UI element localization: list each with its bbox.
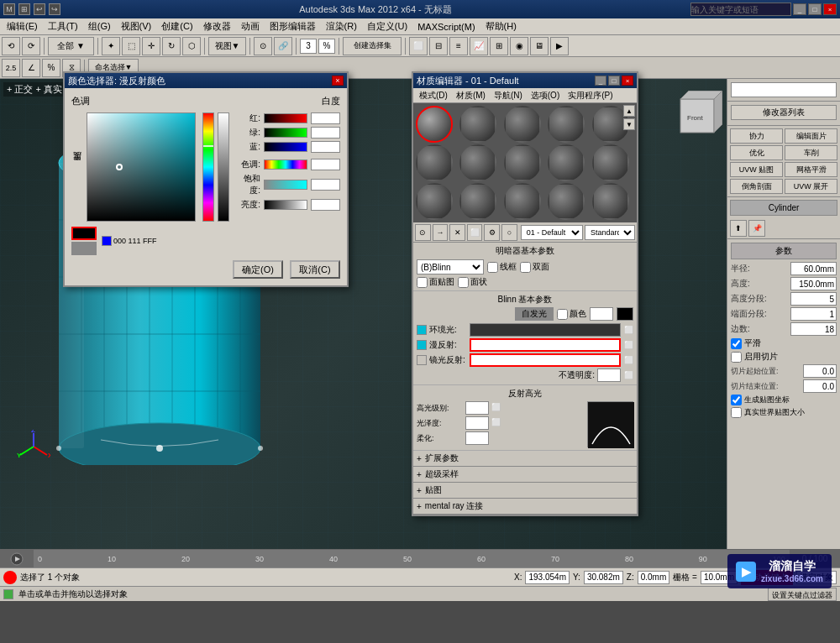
sphere-2[interactable] [504,106,541,143]
select-btn[interactable]: ✦ [102,37,120,55]
green-slider[interactable] [264,128,307,138]
me-shader-select[interactable]: Standard [585,225,635,240]
pivot-btn[interactable]: ⊙ [254,37,272,55]
val-bar[interactable] [264,200,307,210]
mod-btn-0[interactable]: 协力 [730,128,783,144]
menu-help[interactable]: 帮助(H) [480,18,522,34]
menu-view[interactable]: 视图(V) [116,18,157,34]
color-gradient[interactable] [87,112,196,222]
sphere-14[interactable] [592,183,629,220]
selfillum-color-swatch[interactable] [617,307,633,321]
sphere-9[interactable] [592,144,629,181]
snap-2d-btn[interactable]: 2.5 [2,59,20,77]
diffuse-map-btn[interactable]: ⬜ [623,340,633,350]
diffuse-lock-icon[interactable] [417,340,427,350]
height-value[interactable]: 150.0mm [790,277,837,290]
ambient-lock-icon[interactable] [417,325,427,335]
quick-align-btn[interactable]: 创建选择集 [343,37,402,55]
glossiness-map-btn[interactable]: ⬜ [491,418,501,428]
select-region-btn[interactable]: ⬚ [122,37,140,55]
sphere-6[interactable] [459,144,496,181]
me-menu-options[interactable]: 选项(O) [527,89,564,102]
slicestart-value[interactable]: 0.0 [803,364,837,378]
sphere-8[interactable] [548,144,585,181]
diffuse-color-btn[interactable] [470,338,621,352]
facet-checkbox[interactable] [458,277,469,288]
menu-maxscript[interactable]: MAXScript(M) [412,20,480,34]
me-options-btn[interactable]: ⚙ [484,224,500,241]
maximize-btn[interactable]: □ [808,3,822,15]
rotate-btn[interactable]: ↻ [162,37,181,55]
sphere-1[interactable] [459,106,496,143]
render-btn[interactable]: ▶ [550,37,569,55]
soften-input[interactable]: 0.1 [465,431,489,445]
mod-btn-7[interactable]: UVW 展开 [785,179,837,194]
sphere-12[interactable] [504,183,541,220]
scale-btn[interactable]: ⬡ [182,37,201,55]
me-expand-supersampling[interactable]: + 超级采样 [413,467,637,483]
sat-bar[interactable] [264,180,307,190]
align-btn[interactable]: ⊟ [429,37,448,55]
color-picker-close-btn[interactable]: × [332,76,344,86]
sides-value[interactable]: 18 [790,322,837,336]
capsegs-value[interactable]: 1 [790,307,837,321]
me-nav-up[interactable]: ▲ [623,105,635,117]
modifier-list-btn[interactable]: 修改器列表 [731,105,837,120]
menu-render[interactable]: 渲染(R) [321,18,362,34]
menu-create[interactable]: 创建(C) [156,18,197,34]
wire-checkbox[interactable] [487,262,498,273]
me-menu-utility[interactable]: 实用程序(P) [564,89,617,102]
render-setup-btn[interactable]: 🖥 [530,37,549,55]
specular-map-btn[interactable]: ⬜ [623,355,633,365]
slice-checkbox[interactable] [731,352,742,363]
hue-slider[interactable] [202,112,214,222]
menu-modifier[interactable]: 修改器 [198,18,236,34]
material-btn[interactable]: ◉ [510,37,528,55]
angle-snap-btn[interactable]: ∠ [22,59,40,77]
cp-ok-btn[interactable]: 确定(O) [233,260,283,279]
schematic-btn[interactable]: ⊞ [490,37,508,55]
timeline-bar[interactable]: 0102030405060708090100 [34,550,790,567]
sphere-13[interactable] [548,183,585,220]
white-slider[interactable] [218,112,229,222]
blue-input[interactable]: 255 [311,141,340,153]
sat-input[interactable]: 0 [311,179,340,191]
cp-cancel-btn[interactable]: 取消(C) [290,260,340,279]
mod-btn-1[interactable]: 编辑面片 [785,128,837,144]
specular-color-btn[interactable] [470,353,621,367]
eyedropper-icon[interactable] [102,236,112,246]
mirror-btn[interactable]: ⬜ [409,37,428,55]
radius-value[interactable]: 60.0mm [790,262,837,275]
menu-tools[interactable]: 工具(T) [43,18,83,34]
modifier-nav-btn[interactable]: ⬆ [730,220,747,237]
close-btn[interactable]: × [823,3,837,15]
smooth-checkbox[interactable] [731,338,742,349]
green-input[interactable]: 255 [311,127,340,139]
sphere-11[interactable] [459,183,496,220]
me-sphere-toggle[interactable]: ○ [501,224,517,241]
me-menu-mode[interactable]: 模式(D) [415,89,452,102]
me-get-material[interactable]: ⊙ [415,224,431,241]
snap-angle-input[interactable] [300,39,317,54]
menu-animation[interactable]: 动画 [236,18,265,34]
me-nav-down[interactable]: ▼ [623,118,635,130]
menu-edit[interactable]: 编辑(E) [2,18,43,34]
blue-slider[interactable] [264,142,307,152]
me-expand-mentalray[interactable]: + mental ray 连接 [413,499,637,515]
twoside-checkbox[interactable] [520,262,531,273]
glossiness-input[interactable]: 10 [465,416,489,430]
minimize-btn[interactable]: _ [793,3,806,15]
me-name-select[interactable]: 01 - Default [521,225,583,240]
sphere-5[interactable] [416,144,453,181]
set-key-btn[interactable]: 设置关键点过滤器 [768,588,837,601]
sphere-10[interactable] [416,183,453,220]
me-minimize-btn[interactable]: _ [595,76,606,86]
curve-editor-btn[interactable]: 📈 [470,37,488,55]
nav-cube[interactable]: Front [672,91,722,141]
hue-sinput[interactable]: 0 [311,159,340,170]
mod-btn-2[interactable]: 优化 [730,145,783,160]
mod-btn-3[interactable]: 车削 [785,145,837,160]
me-put-material[interactable]: → [433,224,449,241]
link-btn[interactable]: 🔗 [274,37,292,55]
menu-customize[interactable]: 自定义(U) [362,18,412,34]
